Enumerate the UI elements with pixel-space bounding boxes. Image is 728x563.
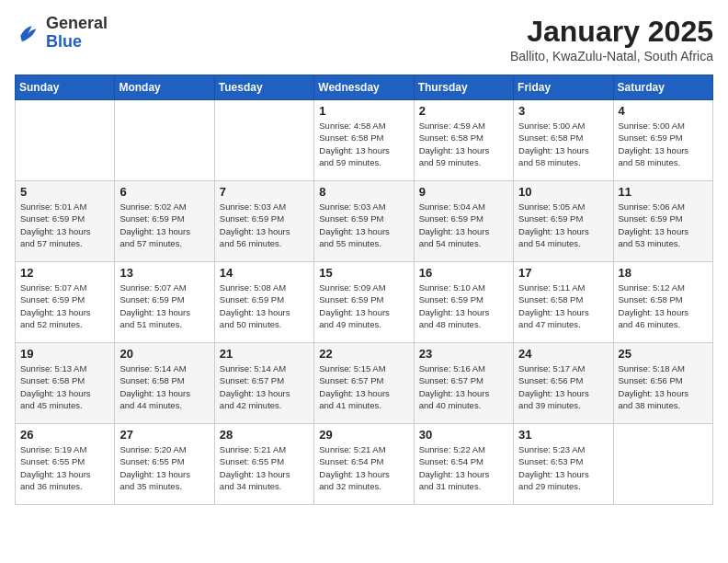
calendar-week-row: 19Sunrise: 5:13 AM Sunset: 6:58 PM Dayli…	[16, 343, 713, 424]
weekday-header-cell: Monday	[115, 75, 214, 100]
logo: General Blue	[15, 15, 108, 52]
calendar-week-row: 1Sunrise: 4:58 AM Sunset: 6:58 PM Daylig…	[16, 100, 713, 181]
calendar-day-cell: 30Sunrise: 5:22 AM Sunset: 6:54 PM Dayli…	[414, 424, 513, 505]
calendar-day-cell: 16Sunrise: 5:10 AM Sunset: 6:59 PM Dayli…	[414, 262, 513, 343]
calendar-day-cell: 29Sunrise: 5:21 AM Sunset: 6:54 PM Dayli…	[314, 424, 414, 505]
calendar-day-cell: 17Sunrise: 5:11 AM Sunset: 6:58 PM Dayli…	[514, 262, 613, 343]
day-info: Sunrise: 5:02 AM Sunset: 6:59 PM Dayligh…	[119, 201, 209, 249]
day-info: Sunrise: 5:14 AM Sunset: 6:58 PM Dayligh…	[119, 362, 209, 411]
day-number: 29	[319, 428, 408, 442]
day-number: 26	[20, 428, 109, 442]
day-number: 17	[518, 266, 608, 280]
day-number: 25	[619, 347, 708, 361]
day-number: 8	[319, 185, 408, 199]
calendar-day-cell: 15Sunrise: 5:09 AM Sunset: 6:59 PM Dayli…	[314, 262, 414, 343]
calendar-day-cell: 19Sunrise: 5:13 AM Sunset: 6:58 PM Dayli…	[16, 343, 115, 424]
calendar-day-cell: 18Sunrise: 5:12 AM Sunset: 6:58 PM Dayli…	[613, 262, 712, 343]
calendar-day-cell: 9Sunrise: 5:04 AM Sunset: 6:59 PM Daylig…	[414, 181, 513, 262]
day-info: Sunrise: 5:09 AM Sunset: 6:59 PM Dayligh…	[319, 282, 408, 330]
day-number: 6	[119, 185, 209, 199]
calendar-day-cell: 8Sunrise: 5:03 AM Sunset: 6:59 PM Daylig…	[314, 181, 414, 262]
day-info: Sunrise: 5:07 AM Sunset: 6:59 PM Dayligh…	[20, 282, 109, 330]
day-info: Sunrise: 5:19 AM Sunset: 6:55 PM Dayligh…	[20, 443, 109, 492]
day-info: Sunrise: 5:10 AM Sunset: 6:59 PM Dayligh…	[419, 282, 508, 330]
day-number: 22	[319, 347, 408, 361]
day-info: Sunrise: 5:05 AM Sunset: 6:59 PM Dayligh…	[518, 201, 608, 249]
weekday-header-cell: Thursday	[414, 75, 513, 100]
day-info: Sunrise: 5:22 AM Sunset: 6:54 PM Dayligh…	[419, 443, 508, 492]
day-info: Sunrise: 5:06 AM Sunset: 6:59 PM Dayligh…	[619, 201, 708, 249]
day-number: 10	[518, 185, 608, 199]
day-number: 24	[518, 347, 608, 361]
day-number: 19	[20, 347, 109, 361]
calendar-day-cell: 24Sunrise: 5:17 AM Sunset: 6:56 PM Dayli…	[514, 343, 613, 424]
calendar-day-cell	[214, 100, 313, 181]
day-number: 1	[319, 104, 408, 118]
calendar-day-cell: 1Sunrise: 4:58 AM Sunset: 6:58 PM Daylig…	[314, 100, 414, 181]
day-info: Sunrise: 5:03 AM Sunset: 6:59 PM Dayligh…	[319, 201, 408, 249]
day-number: 2	[419, 104, 508, 118]
weekday-header-cell: Saturday	[613, 75, 712, 100]
calendar-day-cell: 2Sunrise: 4:59 AM Sunset: 6:58 PM Daylig…	[414, 100, 513, 181]
weekday-header-cell: Wednesday	[314, 75, 414, 100]
calendar-day-cell: 7Sunrise: 5:03 AM Sunset: 6:59 PM Daylig…	[214, 181, 313, 262]
page-header: General Blue January 2025 Ballito, KwaZu…	[15, 15, 713, 63]
day-number: 4	[619, 104, 708, 118]
day-info: Sunrise: 5:15 AM Sunset: 6:57 PM Dayligh…	[319, 362, 408, 411]
calendar-day-cell: 22Sunrise: 5:15 AM Sunset: 6:57 PM Dayli…	[314, 343, 414, 424]
calendar-day-cell: 3Sunrise: 5:00 AM Sunset: 6:58 PM Daylig…	[514, 100, 613, 181]
day-info: Sunrise: 5:12 AM Sunset: 6:58 PM Dayligh…	[619, 282, 708, 330]
calendar-day-cell: 27Sunrise: 5:20 AM Sunset: 6:55 PM Dayli…	[115, 424, 214, 505]
calendar-body: 1Sunrise: 4:58 AM Sunset: 6:58 PM Daylig…	[16, 100, 713, 505]
day-number: 31	[518, 428, 608, 442]
weekday-header-cell: Friday	[514, 75, 613, 100]
day-info: Sunrise: 5:07 AM Sunset: 6:59 PM Dayligh…	[119, 282, 209, 330]
day-number: 30	[419, 428, 508, 442]
calendar-day-cell	[613, 424, 712, 505]
day-info: Sunrise: 5:01 AM Sunset: 6:59 PM Dayligh…	[20, 201, 109, 249]
weekday-header-cell: Sunday	[16, 75, 115, 100]
day-info: Sunrise: 5:08 AM Sunset: 6:59 PM Dayligh…	[220, 282, 309, 330]
day-info: Sunrise: 5:04 AM Sunset: 6:59 PM Dayligh…	[419, 201, 508, 249]
day-info: Sunrise: 5:20 AM Sunset: 6:55 PM Dayligh…	[119, 443, 209, 492]
day-info: Sunrise: 5:21 AM Sunset: 6:55 PM Dayligh…	[220, 443, 309, 492]
day-number: 28	[220, 428, 309, 442]
logo-text: General Blue	[46, 15, 108, 52]
day-number: 13	[119, 266, 209, 280]
calendar-day-cell: 25Sunrise: 5:18 AM Sunset: 6:56 PM Dayli…	[613, 343, 712, 424]
day-number: 16	[419, 266, 508, 280]
calendar-day-cell: 4Sunrise: 5:00 AM Sunset: 6:59 PM Daylig…	[613, 100, 712, 181]
day-number: 7	[220, 185, 309, 199]
location-subtitle: Ballito, KwaZulu-Natal, South Africa	[510, 49, 713, 63]
day-info: Sunrise: 5:03 AM Sunset: 6:59 PM Dayligh…	[220, 201, 309, 249]
calendar-week-row: 26Sunrise: 5:19 AM Sunset: 6:55 PM Dayli…	[16, 424, 713, 505]
day-info: Sunrise: 5:00 AM Sunset: 6:59 PM Dayligh…	[619, 120, 708, 168]
calendar-day-cell: 14Sunrise: 5:08 AM Sunset: 6:59 PM Dayli…	[214, 262, 313, 343]
calendar-day-cell: 21Sunrise: 5:14 AM Sunset: 6:57 PM Dayli…	[214, 343, 313, 424]
weekday-header-cell: Tuesday	[214, 75, 313, 100]
day-number: 21	[220, 347, 309, 361]
day-number: 23	[419, 347, 508, 361]
day-number: 14	[220, 266, 309, 280]
calendar-week-row: 5Sunrise: 5:01 AM Sunset: 6:59 PM Daylig…	[16, 181, 713, 262]
calendar-day-cell: 13Sunrise: 5:07 AM Sunset: 6:59 PM Dayli…	[115, 262, 214, 343]
day-number: 5	[20, 185, 109, 199]
calendar-day-cell: 12Sunrise: 5:07 AM Sunset: 6:59 PM Dayli…	[16, 262, 115, 343]
day-number: 20	[119, 347, 209, 361]
day-number: 11	[619, 185, 708, 199]
day-info: Sunrise: 4:59 AM Sunset: 6:58 PM Dayligh…	[419, 120, 508, 168]
day-number: 27	[119, 428, 209, 442]
calendar-day-cell	[115, 100, 214, 181]
calendar-day-cell	[16, 100, 115, 181]
day-info: Sunrise: 5:11 AM Sunset: 6:58 PM Dayligh…	[518, 282, 608, 330]
day-number: 3	[518, 104, 608, 118]
calendar-day-cell: 26Sunrise: 5:19 AM Sunset: 6:55 PM Dayli…	[16, 424, 115, 505]
calendar-day-cell: 10Sunrise: 5:05 AM Sunset: 6:59 PM Dayli…	[514, 181, 613, 262]
day-number: 9	[419, 185, 508, 199]
day-info: Sunrise: 5:17 AM Sunset: 6:56 PM Dayligh…	[518, 362, 608, 411]
calendar-table: SundayMondayTuesdayWednesdayThursdayFrid…	[15, 75, 713, 505]
title-block: January 2025 Ballito, KwaZulu-Natal, Sou…	[510, 15, 713, 63]
calendar-day-cell: 20Sunrise: 5:14 AM Sunset: 6:58 PM Dayli…	[115, 343, 214, 424]
day-number: 12	[20, 266, 109, 280]
calendar-day-cell: 28Sunrise: 5:21 AM Sunset: 6:55 PM Dayli…	[214, 424, 313, 505]
